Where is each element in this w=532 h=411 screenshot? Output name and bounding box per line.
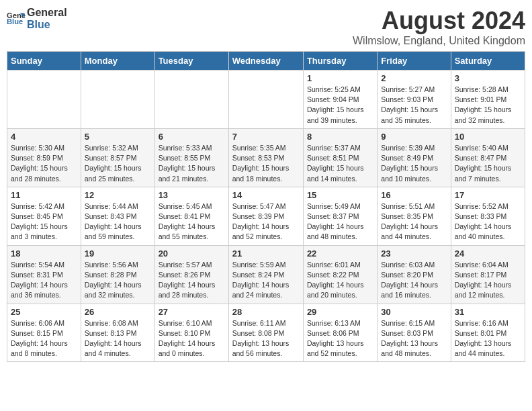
day-number: 13: [159, 190, 225, 200]
calendar-cell: 13Sunrise: 5:45 AM Sunset: 8:41 PM Dayli…: [154, 187, 228, 245]
day-number: 5: [85, 132, 151, 142]
day-info: Sunrise: 5:32 AM Sunset: 8:57 PM Dayligh…: [85, 143, 151, 184]
day-info: Sunrise: 5:57 AM Sunset: 8:26 PM Dayligh…: [159, 260, 225, 301]
day-info: Sunrise: 6:16 AM Sunset: 8:01 PM Dayligh…: [455, 318, 521, 359]
day-number: 23: [381, 248, 447, 259]
day-number: 18: [11, 248, 77, 259]
day-number: 2: [381, 73, 447, 83]
day-info: Sunrise: 5:52 AM Sunset: 8:33 PM Dayligh…: [455, 201, 521, 242]
calendar-cell: 14Sunrise: 5:47 AM Sunset: 8:39 PM Dayli…: [228, 187, 303, 245]
day-info: Sunrise: 5:30 AM Sunset: 8:59 PM Dayligh…: [11, 143, 77, 184]
day-number: 11: [11, 190, 77, 200]
calendar-week-2: 4Sunrise: 5:30 AM Sunset: 8:59 PM Daylig…: [7, 128, 525, 187]
day-number: 17: [455, 190, 521, 200]
calendar-cell: 7Sunrise: 5:35 AM Sunset: 8:53 PM Daylig…: [228, 128, 303, 187]
calendar-cell: 3Sunrise: 5:28 AM Sunset: 9:01 PM Daylig…: [451, 71, 525, 129]
calendar-week-3: 11Sunrise: 5:42 AM Sunset: 8:45 PM Dayli…: [7, 187, 525, 245]
day-info: Sunrise: 5:40 AM Sunset: 8:47 PM Dayligh…: [455, 143, 521, 184]
day-info: Sunrise: 5:51 AM Sunset: 8:35 PM Dayligh…: [381, 201, 447, 242]
day-number: 1: [307, 73, 373, 83]
day-info: Sunrise: 5:54 AM Sunset: 8:31 PM Dayligh…: [11, 260, 77, 301]
weekday-header-tuesday: Tuesday: [154, 52, 228, 71]
day-number: 22: [307, 248, 373, 259]
calendar-cell: [154, 71, 228, 129]
calendar-title: August 2024: [353, 7, 525, 35]
day-number: 12: [85, 190, 151, 200]
calendar-cell: 16Sunrise: 5:51 AM Sunset: 8:35 PM Dayli…: [378, 187, 451, 245]
calendar-cell: 23Sunrise: 6:03 AM Sunset: 8:20 PM Dayli…: [378, 245, 451, 304]
weekday-header-saturday: Saturday: [451, 52, 525, 71]
calendar-cell: 24Sunrise: 6:04 AM Sunset: 8:17 PM Dayli…: [451, 245, 525, 304]
logo-icon: General Blue: [7, 9, 26, 28]
day-number: 25: [11, 307, 77, 317]
day-number: 21: [232, 248, 300, 259]
calendar-cell: [228, 71, 303, 129]
calendar-cell: 25Sunrise: 6:06 AM Sunset: 8:15 PM Dayli…: [7, 304, 81, 362]
calendar-cell: 8Sunrise: 5:37 AM Sunset: 8:51 PM Daylig…: [303, 128, 377, 187]
calendar-cell: 20Sunrise: 5:57 AM Sunset: 8:26 PM Dayli…: [154, 245, 228, 304]
day-info: Sunrise: 5:49 AM Sunset: 8:37 PM Dayligh…: [307, 201, 373, 242]
day-info: Sunrise: 6:06 AM Sunset: 8:15 PM Dayligh…: [11, 318, 77, 359]
calendar-week-5: 25Sunrise: 6:06 AM Sunset: 8:15 PM Dayli…: [7, 304, 525, 362]
calendar-cell: 19Sunrise: 5:56 AM Sunset: 8:28 PM Dayli…: [81, 245, 154, 304]
day-number: 26: [85, 307, 151, 317]
title-block: August 2024 Wilmslow, England, United Ki…: [353, 7, 525, 47]
logo: General Blue General Blue: [7, 7, 67, 30]
day-info: Sunrise: 5:59 AM Sunset: 8:24 PM Dayligh…: [232, 260, 300, 301]
day-number: 10: [455, 132, 521, 142]
calendar-cell: 12Sunrise: 5:44 AM Sunset: 8:43 PM Dayli…: [81, 187, 154, 245]
calendar-week-4: 18Sunrise: 5:54 AM Sunset: 8:31 PM Dayli…: [7, 245, 525, 304]
calendar-cell: [81, 71, 154, 129]
weekday-header-sunday: Sunday: [7, 52, 81, 71]
day-number: 16: [381, 190, 447, 200]
calendar-header-row: SundayMondayTuesdayWednesdayThursdayFrid…: [7, 52, 525, 71]
day-info: Sunrise: 5:33 AM Sunset: 8:55 PM Dayligh…: [159, 143, 225, 184]
weekday-header-friday: Friday: [378, 52, 451, 71]
calendar-cell: 29Sunrise: 6:13 AM Sunset: 8:06 PM Dayli…: [303, 304, 377, 362]
calendar-cell: 21Sunrise: 5:59 AM Sunset: 8:24 PM Dayli…: [228, 245, 303, 304]
calendar-cell: 30Sunrise: 6:15 AM Sunset: 8:03 PM Dayli…: [378, 304, 451, 362]
day-info: Sunrise: 6:04 AM Sunset: 8:17 PM Dayligh…: [455, 260, 521, 301]
calendar-table: SundayMondayTuesdayWednesdayThursdayFrid…: [7, 51, 525, 362]
calendar-cell: 15Sunrise: 5:49 AM Sunset: 8:37 PM Dayli…: [303, 187, 377, 245]
svg-text:Blue: Blue: [7, 17, 23, 26]
day-number: 9: [381, 132, 447, 142]
calendar-cell: 11Sunrise: 5:42 AM Sunset: 8:45 PM Dayli…: [7, 187, 81, 245]
weekday-header-thursday: Thursday: [303, 52, 377, 71]
calendar-cell: 5Sunrise: 5:32 AM Sunset: 8:57 PM Daylig…: [81, 128, 154, 187]
day-number: 15: [307, 190, 373, 200]
logo-general-text: General: [27, 7, 67, 19]
day-info: Sunrise: 6:13 AM Sunset: 8:06 PM Dayligh…: [307, 318, 373, 359]
day-number: 8: [307, 132, 373, 142]
day-info: Sunrise: 5:56 AM Sunset: 8:28 PM Dayligh…: [85, 260, 151, 301]
day-info: Sunrise: 6:08 AM Sunset: 8:13 PM Dayligh…: [85, 318, 151, 359]
calendar-cell: [7, 71, 81, 129]
day-number: 29: [307, 307, 373, 317]
calendar-cell: 9Sunrise: 5:39 AM Sunset: 8:49 PM Daylig…: [378, 128, 451, 187]
day-number: 20: [159, 248, 225, 259]
day-number: 6: [159, 132, 225, 142]
calendar-cell: 4Sunrise: 5:30 AM Sunset: 8:59 PM Daylig…: [7, 128, 81, 187]
day-info: Sunrise: 6:10 AM Sunset: 8:10 PM Dayligh…: [159, 318, 225, 359]
day-number: 7: [232, 132, 300, 142]
day-info: Sunrise: 6:03 AM Sunset: 8:20 PM Dayligh…: [381, 260, 447, 301]
day-info: Sunrise: 6:15 AM Sunset: 8:03 PM Dayligh…: [381, 318, 447, 359]
calendar-cell: 2Sunrise: 5:27 AM Sunset: 9:03 PM Daylig…: [378, 71, 451, 129]
day-info: Sunrise: 5:39 AM Sunset: 8:49 PM Dayligh…: [381, 143, 447, 184]
day-number: 24: [455, 248, 521, 259]
calendar-cell: 1Sunrise: 5:25 AM Sunset: 9:04 PM Daylig…: [303, 71, 377, 129]
calendar-cell: 10Sunrise: 5:40 AM Sunset: 8:47 PM Dayli…: [451, 128, 525, 187]
day-info: Sunrise: 5:45 AM Sunset: 8:41 PM Dayligh…: [159, 201, 225, 242]
day-info: Sunrise: 5:37 AM Sunset: 8:51 PM Dayligh…: [307, 143, 373, 184]
calendar-cell: 6Sunrise: 5:33 AM Sunset: 8:55 PM Daylig…: [154, 128, 228, 187]
day-number: 30: [381, 307, 447, 317]
day-info: Sunrise: 5:28 AM Sunset: 9:01 PM Dayligh…: [455, 85, 521, 126]
day-number: 3: [455, 73, 521, 83]
day-info: Sunrise: 5:42 AM Sunset: 8:45 PM Dayligh…: [11, 201, 77, 242]
day-info: Sunrise: 5:25 AM Sunset: 9:04 PM Dayligh…: [307, 85, 373, 126]
weekday-header-monday: Monday: [81, 52, 154, 71]
day-info: Sunrise: 5:35 AM Sunset: 8:53 PM Dayligh…: [232, 143, 300, 184]
calendar-location: Wilmslow, England, United Kingdom: [353, 35, 525, 47]
day-info: Sunrise: 5:27 AM Sunset: 9:03 PM Dayligh…: [381, 85, 447, 126]
day-info: Sunrise: 6:11 AM Sunset: 8:08 PM Dayligh…: [232, 318, 300, 359]
